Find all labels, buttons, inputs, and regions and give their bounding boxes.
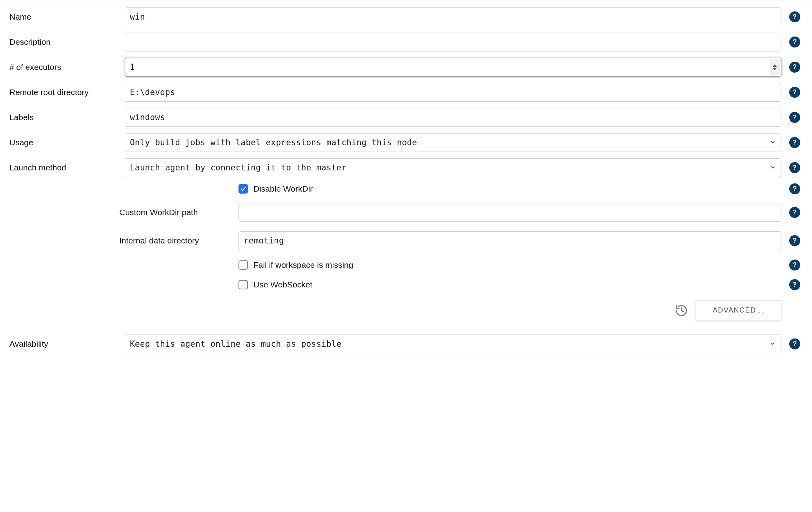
usage-label: Usage <box>9 133 119 147</box>
help-icon[interactable]: ? <box>789 338 800 349</box>
disable-workdir-label: Disable WorkDir <box>253 184 313 194</box>
remote-root-input[interactable] <box>125 83 781 102</box>
description-input[interactable] <box>125 33 781 51</box>
help-icon[interactable]: ? <box>789 260 800 271</box>
labels-label: Labels <box>9 108 119 122</box>
use-websocket-label: Use WebSocket <box>253 280 312 289</box>
remote-root-label: Remote root directory <box>9 83 119 97</box>
launch-method-label: Launch method <box>9 158 119 172</box>
availability-label: Availability <box>9 335 119 349</box>
help-icon[interactable]: ? <box>789 137 800 148</box>
help-icon[interactable]: ? <box>789 235 800 246</box>
name-label: Name <box>9 7 119 22</box>
internal-data-dir-input[interactable] <box>239 231 781 250</box>
custom-workdir-input[interactable] <box>239 203 781 222</box>
fail-if-ws-missing-checkbox[interactable] <box>239 260 248 270</box>
advanced-button[interactable]: ADVANCED... <box>695 300 781 320</box>
help-icon[interactable]: ? <box>789 279 800 290</box>
help-icon[interactable]: ? <box>789 207 800 218</box>
usage-select[interactable]: Only build jobs with label expressions m… <box>125 133 781 152</box>
help-icon[interactable]: ? <box>789 37 800 48</box>
use-websocket-checkbox[interactable] <box>239 280 248 289</box>
executors-input[interactable] <box>125 58 781 77</box>
history-icon[interactable] <box>675 304 688 317</box>
availability-select[interactable]: Keep this agent online as much as possib… <box>125 335 781 353</box>
fail-if-ws-missing-label: Fail if workspace is missing <box>253 260 353 270</box>
help-icon[interactable]: ? <box>789 183 800 194</box>
custom-workdir-label: Custom WorkDir path <box>119 203 233 217</box>
executors-label: # of executors <box>9 58 119 72</box>
internal-data-dir-label: Internal data directory <box>119 231 233 245</box>
description-label: Description <box>9 33 119 47</box>
help-icon[interactable]: ? <box>789 11 800 22</box>
help-icon[interactable]: ? <box>789 112 800 123</box>
help-icon[interactable]: ? <box>789 87 800 98</box>
labels-input[interactable] <box>125 108 781 127</box>
launch-method-select[interactable]: Launch agent by connecting it to the mas… <box>125 158 781 177</box>
help-icon[interactable]: ? <box>789 162 800 173</box>
help-icon[interactable]: ? <box>789 62 800 73</box>
disable-workdir-checkbox[interactable] <box>239 184 248 194</box>
name-input[interactable] <box>125 7 781 26</box>
